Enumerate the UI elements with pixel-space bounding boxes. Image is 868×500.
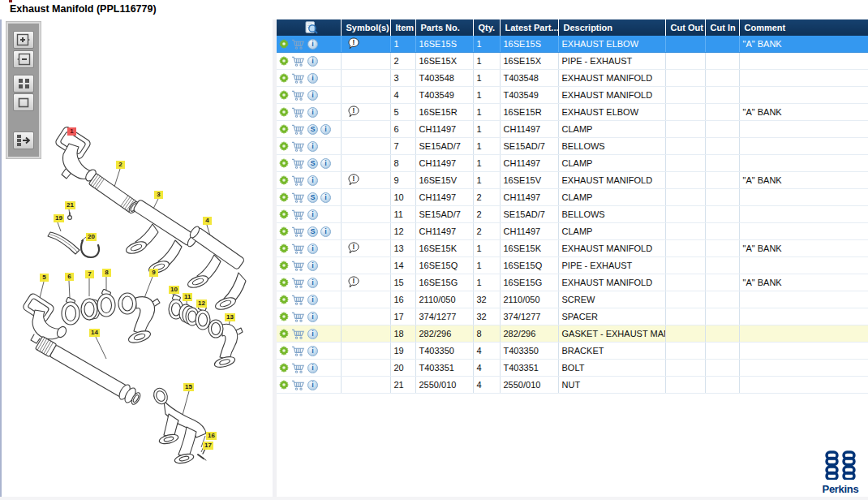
cart-icon[interactable]	[291, 175, 305, 186]
col-header-icons[interactable]	[277, 19, 341, 36]
gear-icon[interactable]	[279, 175, 289, 185]
diagram-label-13[interactable]: 13	[225, 313, 235, 321]
table-row[interactable]: i!116SE15S116SE15SEXHAUST ELBOW"A" BANK	[277, 36, 868, 53]
cart-icon[interactable]	[291, 346, 305, 356]
info-badge[interactable]: i	[320, 158, 331, 169]
info-badge[interactable]: i	[307, 261, 318, 271]
diagram-label-17[interactable]: 17	[203, 442, 213, 450]
col-header-qty[interactable]: Qty.	[473, 19, 500, 36]
cart-icon[interactable]	[291, 278, 305, 288]
gear-icon[interactable]	[279, 107, 289, 117]
diagram-label-14[interactable]: 14	[89, 329, 100, 337]
gear-icon[interactable]	[279, 226, 289, 236]
info-badge[interactable]: i	[307, 141, 318, 152]
gear-icon[interactable]	[279, 158, 289, 168]
gear-icon[interactable]	[279, 90, 289, 100]
service-note-symbol-icon[interactable]: !	[348, 37, 359, 50]
info-badge[interactable]: i	[307, 312, 318, 322]
service-note-symbol-icon[interactable]: !	[348, 106, 359, 118]
diagram-label-7[interactable]: 7	[85, 270, 94, 278]
zoom-out-button[interactable]	[13, 50, 34, 68]
gear-icon[interactable]	[279, 56, 289, 66]
diagram-label-2[interactable]: 2	[116, 161, 125, 169]
cart-icon[interactable]	[291, 90, 305, 101]
diagram-label-6[interactable]: 6	[65, 273, 74, 281]
col-header-symbol[interactable]: Symbol(s)	[341, 19, 390, 36]
col-header-cutin[interactable]: Cut In	[705, 19, 739, 36]
cart-icon[interactable]	[291, 380, 305, 390]
tile-view-button[interactable]	[13, 75, 34, 93]
table-row[interactable]: i!516SE15R116SE15REXHAUST ELBOW"A" BANK	[277, 104, 868, 121]
col-header-item[interactable]: Item	[390, 19, 415, 36]
diagram-label-20[interactable]: 20	[86, 233, 97, 241]
info-badge[interactable]: i	[307, 244, 318, 254]
cart-icon[interactable]	[291, 226, 305, 237]
table-row[interactable]: i19T4033504T403350BRACKET	[277, 343, 868, 360]
table-row[interactable]: i18282/2968282/296GASKET - EXHAUST MANI	[277, 325, 868, 343]
table-row[interactable]: i4T4035491T403549EXHAUST MANIFOLD	[277, 87, 868, 104]
cart-icon[interactable]	[291, 107, 305, 118]
info-badge[interactable]: i	[307, 295, 318, 305]
table-row[interactable]: i212550/01042550/010NUT	[277, 377, 868, 394]
cart-icon[interactable]	[291, 56, 305, 67]
service-note-symbol-icon[interactable]: !	[348, 242, 359, 254]
diagram-label-4[interactable]: 4	[203, 217, 212, 225]
diagram-label-19[interactable]: 19	[54, 214, 64, 222]
service-note-symbol-icon[interactable]: !	[348, 276, 359, 288]
table-row[interactable]: i7SE15AD/71SE15AD/7BELLOWS	[277, 138, 868, 155]
cart-icon[interactable]	[291, 73, 305, 84]
info-badge[interactable]: i	[307, 90, 318, 101]
col-header-cutout[interactable]: Cut Out	[665, 19, 705, 36]
col-header-comment[interactable]: Comment	[739, 19, 868, 36]
supersession-badge[interactable]: S	[307, 226, 318, 237]
diagram-label-10[interactable]: 10	[169, 286, 179, 294]
cart-icon[interactable]	[291, 124, 305, 135]
gear-icon[interactable]	[279, 346, 289, 356]
info-badge[interactable]: i	[307, 39, 318, 50]
diagram-label-16[interactable]: 16	[206, 432, 217, 440]
cart-icon[interactable]	[291, 192, 305, 203]
gear-icon[interactable]	[279, 124, 289, 134]
supersession-badge[interactable]: S	[307, 158, 318, 169]
cart-icon[interactable]	[291, 312, 305, 322]
col-header-desc[interactable]: Description	[558, 19, 665, 36]
diagram-label-1[interactable]: 1	[67, 127, 76, 136]
cart-icon[interactable]	[291, 329, 305, 339]
info-badge[interactable]: i	[307, 380, 318, 390]
gear-icon[interactable]	[279, 209, 289, 219]
table-row[interactable]: i!1316SE15K116SE15KEXHAUST MANIFOLD"A" B…	[277, 240, 868, 257]
info-badge[interactable]: i	[307, 175, 318, 186]
gear-icon[interactable]	[279, 39, 289, 49]
fit-view-button[interactable]	[13, 93, 34, 111]
info-badge[interactable]: i	[320, 226, 331, 237]
zoom-in-button[interactable]	[13, 31, 34, 49]
cart-icon[interactable]	[291, 295, 305, 305]
info-badge[interactable]: i	[307, 329, 318, 339]
service-note-symbol-icon[interactable]: !	[348, 174, 359, 186]
cart-icon[interactable]	[291, 158, 305, 169]
document-search-icon[interactable]	[304, 21, 318, 34]
table-row[interactable]: i216SE15X116SE15XPIPE - EXHAUST	[277, 53, 868, 70]
info-badge[interactable]: i	[307, 107, 318, 118]
table-row[interactable]: i!916SE15V116SE15VEXHAUST MANIFOLD"A" BA…	[277, 172, 868, 189]
col-header-latest[interactable]: Latest Part...	[500, 19, 558, 36]
table-row[interactable]: i17374/127732374/1277SPACER	[277, 308, 868, 325]
diagram-label-21[interactable]: 21	[65, 201, 75, 209]
table-row[interactable]: Si8CH114971CH11497CLAMP	[277, 155, 868, 172]
table-row[interactable]: i162110/050322110/050SCREW	[277, 291, 868, 308]
gear-icon[interactable]	[279, 244, 289, 253]
gear-icon[interactable]	[279, 141, 289, 151]
info-badge[interactable]: i	[320, 124, 331, 135]
table-row[interactable]: i1416SE15Q116SE15QPIPE - EXHAUST	[277, 257, 868, 274]
col-header-parts[interactable]: Parts No.	[415, 19, 473, 36]
info-badge[interactable]: i	[307, 278, 318, 288]
cart-icon[interactable]	[291, 141, 305, 152]
info-badge[interactable]: i	[307, 73, 318, 84]
info-badge[interactable]: i	[320, 192, 331, 203]
table-row[interactable]: Si12CH114972CH11497CLAMP	[277, 223, 868, 240]
gear-icon[interactable]	[279, 329, 289, 338]
info-badge[interactable]: i	[307, 346, 318, 356]
cart-icon[interactable]	[291, 209, 305, 220]
gear-icon[interactable]	[279, 192, 289, 202]
cart-icon[interactable]	[291, 39, 305, 50]
